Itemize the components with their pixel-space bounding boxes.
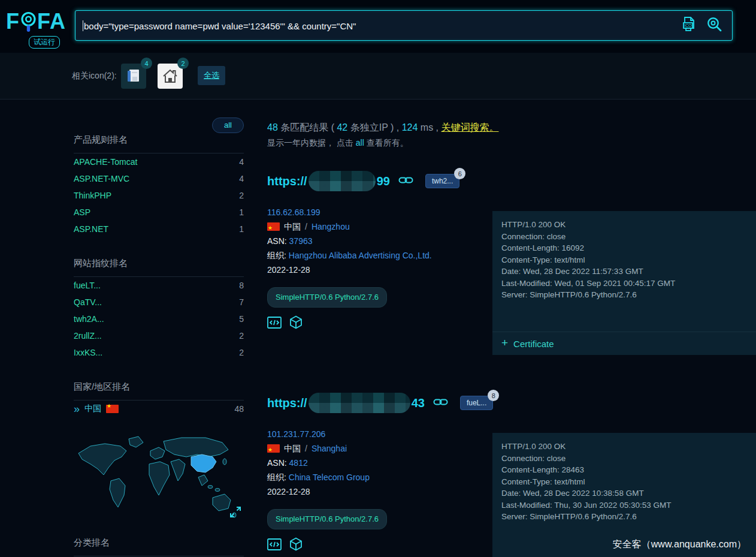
select-all-button[interactable]: 全选: [198, 66, 225, 85]
related-icon-bar: 相关icon(2): 4 2 全选: [0, 53, 756, 100]
ranking-count: 1: [239, 224, 244, 234]
search-input[interactable]: body="type=password name=pwd value='1234…: [75, 10, 733, 41]
org-label: 组织:: [267, 472, 286, 482]
ranking-count: 5: [239, 314, 244, 324]
section-title: 分类排名: [74, 537, 244, 556]
ranking-link[interactable]: IxxKS...: [74, 348, 102, 357]
world-map-image: [74, 430, 244, 526]
link-chain-icon[interactable]: [398, 176, 413, 187]
ranking-link[interactable]: fueLT...: [74, 281, 101, 290]
section-title: 产品规则排名: [74, 134, 244, 153]
search-query-text[interactable]: body="type=password name=pwd value='1234…: [83, 20, 681, 31]
asn-link[interactable]: 37963: [289, 236, 313, 246]
asn-label: ASN:: [267, 236, 287, 246]
magnifier-o-icon: [20, 10, 37, 37]
view-source-icon[interactable]: [267, 538, 282, 555]
world-map[interactable]: [74, 430, 244, 526]
banner-line: Content-Length: 16092: [501, 242, 746, 254]
separator: /: [305, 219, 307, 234]
ip-link[interactable]: 101.231.77.206: [267, 429, 325, 439]
result-url-link[interactable]: https://43: [267, 393, 425, 413]
text-cursor: [83, 20, 83, 31]
banner-line: Date: Wed, 28 Dec 2022 10:38:58 GMT: [501, 487, 746, 499]
ranking-count: 2: [239, 331, 244, 341]
banner-line: Content-Length: 28463: [501, 464, 746, 476]
city-link[interactable]: Hangzhou: [312, 219, 350, 234]
all-filter-button[interactable]: all: [212, 118, 244, 133]
ranking-item: 2rullZ... 2: [74, 327, 244, 344]
ranking-item: fueLT... 8: [74, 277, 244, 294]
stats-text: 条匹配结果 (: [278, 122, 337, 133]
ranking-link[interactable]: ASP.NET-MVC: [74, 174, 129, 183]
logo-text-f: F: [6, 10, 20, 34]
fofa-logo[interactable]: F FA: [6, 10, 66, 37]
ico-file-search-icon[interactable]: ICO: [681, 16, 697, 35]
banner-line: Connection: close: [501, 453, 746, 465]
banner-line: Connection: close: [501, 231, 746, 243]
ranking-link[interactable]: 2rullZ...: [74, 331, 102, 341]
ranking-link[interactable]: ASP.NET: [74, 224, 108, 234]
url-prefix: https://: [267, 396, 307, 410]
url-suffix: 99: [377, 174, 390, 188]
asn-link[interactable]: 4812: [289, 458, 308, 468]
ranking-count: 1: [239, 207, 244, 217]
favicon-thumb-home[interactable]: 2: [158, 64, 183, 89]
ranking-link[interactable]: twh2A...: [74, 314, 104, 324]
all-link[interactable]: all: [356, 138, 364, 147]
map-expand-icon[interactable]: [229, 506, 241, 520]
banner-line: Date: Wed, 28 Dec 2022 11:57:33 GMT: [501, 266, 746, 278]
query-time: 124: [402, 122, 418, 133]
china-highlight-region: [191, 454, 216, 472]
product-rules-section: 产品规则排名 APACHE-Tomcat 4 ASP.NET-MVC 4 Thi…: [74, 134, 244, 237]
result-url-link[interactable]: https://99: [267, 171, 390, 191]
ranking-link[interactable]: QaTV...: [74, 297, 102, 307]
city-link[interactable]: Shanghai: [312, 441, 347, 456]
query-segment-misspelled: pwd: [202, 21, 219, 31]
server-tag[interactable]: SimpleHTTP/0.6 Python/2.7.6: [267, 509, 387, 529]
asset-cube-icon[interactable]: [289, 315, 303, 333]
org-link[interactable]: China Telecom Group: [289, 472, 370, 482]
fingerprint-badge[interactable]: fueL...8: [460, 396, 493, 410]
results-stats: 48 条匹配结果 ( 42 条独立IP ) , 124 ms , 关键词搜索。: [267, 122, 687, 134]
link-chain-icon[interactable]: [433, 398, 448, 409]
keyword-search-link[interactable]: 关键词搜索。: [441, 122, 498, 133]
ranking-link[interactable]: ASP: [74, 207, 90, 217]
ranking-link[interactable]: ThinkPHP: [74, 191, 111, 200]
ranking-item: twh2A... 5: [74, 311, 244, 327]
top-header: F FA 试运行 body="type=password name=pwd va…: [0, 0, 756, 53]
http-banner: HTTP/1.0 200 OK Connection: close Conten…: [492, 211, 756, 301]
ranking-item: ASP 1: [74, 204, 244, 221]
certificate-label: Certificate: [513, 339, 554, 349]
result-date: 2022-12-28: [267, 263, 492, 277]
result-item: https://43 fueL...8 101.231.77.206 中国 / …: [267, 392, 492, 414]
china-flag-icon: [267, 444, 280, 453]
fingerprint-badge[interactable]: twh2...6: [425, 174, 459, 188]
ranking-item: ThinkPHP 2: [74, 187, 244, 204]
ranking-link[interactable]: APACHE-Tomcat: [74, 157, 137, 167]
fingerprint-badge-label: fueL...: [467, 399, 486, 407]
org-link[interactable]: Hangzhou Alibaba Advertising Co.,Ltd.: [289, 251, 432, 260]
ranking-item: » 中国 48: [74, 401, 244, 417]
view-source-icon[interactable]: [267, 317, 282, 333]
asset-cube-icon[interactable]: [289, 537, 303, 555]
favicon-thumb-document[interactable]: 4: [121, 64, 146, 89]
ip-link[interactable]: 116.62.68.199: [267, 207, 320, 217]
banner-line: HTTP/1.0 200 OK: [501, 441, 746, 453]
ranking-item: APACHE-Tomcat 4: [74, 153, 244, 170]
fingerprint-badge-count: 6: [454, 168, 465, 179]
favicon-count-badge: 2: [177, 58, 189, 69]
certificate-expander[interactable]: + Certificate: [492, 332, 756, 355]
result-date: 2022-12-28: [267, 484, 492, 499]
results-note: 显示一年内数据， 点击 all 查看所有。: [267, 138, 687, 149]
search-submit-icon[interactable]: [706, 16, 722, 35]
document-favicon-image: [125, 67, 143, 85]
redacted-url-blur: [309, 393, 410, 413]
country-name: 中国: [84, 404, 101, 414]
asn-label: ASN:: [267, 458, 287, 468]
country-link[interactable]: » 中国: [74, 404, 119, 414]
server-tag[interactable]: SimpleHTTP/0.6 Python/2.7.6: [267, 287, 387, 308]
banner-line: HTTP/1.0 200 OK: [501, 219, 746, 231]
unique-ip-count: 42: [337, 122, 347, 133]
fingerprint-badge-count: 8: [488, 390, 499, 401]
ranking-count: 7: [239, 297, 244, 307]
